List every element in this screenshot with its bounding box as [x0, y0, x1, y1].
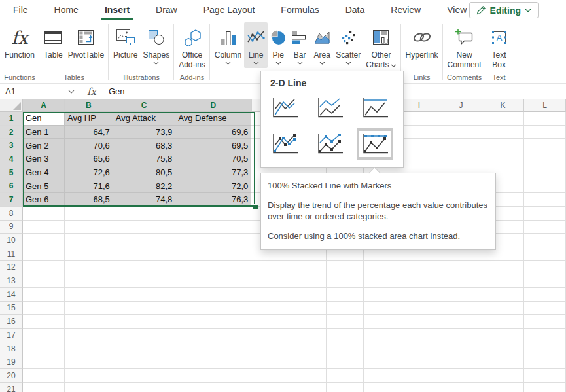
- cell-C2[interactable]: 73,9: [113, 126, 175, 139]
- cell-G21[interactable]: [327, 383, 364, 392]
- row-header-3[interactable]: 3: [0, 139, 23, 152]
- cell-J3[interactable]: [440, 139, 482, 152]
- cell-H17[interactable]: [364, 329, 398, 342]
- cell-L18[interactable]: [524, 342, 566, 356]
- cell-D21[interactable]: [175, 383, 251, 392]
- row-header-9[interactable]: 9: [0, 221, 23, 234]
- fill-handle[interactable]: [253, 204, 258, 210]
- cell-H12[interactable]: [364, 261, 398, 275]
- cell-K3[interactable]: [482, 139, 524, 152]
- cell-L3[interactable]: [524, 139, 566, 152]
- cell-K1[interactable]: [482, 112, 524, 126]
- cell-J12[interactable]: [440, 261, 482, 275]
- cell-A14[interactable]: [23, 288, 65, 302]
- cell-F19[interactable]: [289, 355, 327, 369]
- cell-L5[interactable]: [524, 166, 566, 180]
- column-chart-button[interactable]: Column: [212, 22, 244, 68]
- row-header-16[interactable]: 16: [0, 315, 23, 329]
- cell-D19[interactable]: [175, 355, 251, 369]
- cell-D10[interactable]: [175, 234, 251, 247]
- pivottable-button[interactable]: PivotTable: [65, 22, 107, 62]
- cell-K21[interactable]: [482, 383, 524, 392]
- cell-D12[interactable]: [175, 261, 251, 275]
- cell-J16[interactable]: [440, 315, 482, 329]
- scatter-chart-button[interactable]: Scatter: [333, 22, 363, 68]
- tab-page-layout[interactable]: Page Layout: [190, 0, 268, 20]
- cell-K18[interactable]: [482, 342, 524, 356]
- row-header-14[interactable]: 14: [0, 288, 23, 302]
- row-header-7[interactable]: 7: [0, 193, 23, 207]
- cell-I12[interactable]: [398, 261, 440, 275]
- cell-A9[interactable]: [23, 221, 65, 234]
- cell-D9[interactable]: [175, 221, 251, 234]
- cell-H18[interactable]: [364, 342, 398, 356]
- tab-insert[interactable]: Insert: [92, 0, 143, 20]
- row-header-20[interactable]: 20: [0, 369, 23, 383]
- chart-type-line[interactable]: [269, 95, 300, 121]
- tab-home[interactable]: Home: [41, 0, 92, 20]
- area-chart-button[interactable]: Area: [311, 22, 333, 68]
- cell-L11[interactable]: [524, 247, 566, 261]
- pie-chart-button[interactable]: Pie: [268, 22, 289, 68]
- cell-D16[interactable]: [175, 315, 251, 329]
- cell-J17[interactable]: [440, 329, 482, 342]
- cell-E17[interactable]: [251, 329, 289, 342]
- cell-C15[interactable]: [113, 302, 175, 315]
- cell-D6[interactable]: 72,0: [175, 179, 251, 193]
- row-header-19[interactable]: 19: [0, 355, 23, 369]
- cell-E12[interactable]: [251, 261, 289, 275]
- cell-A10[interactable]: [23, 234, 65, 247]
- row-header-21[interactable]: 21: [0, 383, 23, 392]
- column-header-K[interactable]: K: [482, 99, 524, 112]
- cell-A8[interactable]: [23, 207, 65, 221]
- row-header-18[interactable]: 18: [0, 342, 23, 356]
- cell-J1[interactable]: [440, 112, 482, 126]
- cell-G15[interactable]: [327, 302, 364, 315]
- cell-B21[interactable]: [65, 383, 113, 392]
- cell-B18[interactable]: [65, 342, 113, 356]
- cell-C6[interactable]: 82,2: [113, 179, 175, 193]
- cell-J13[interactable]: [440, 274, 482, 288]
- cell-F13[interactable]: [289, 274, 327, 288]
- cell-E13[interactable]: [251, 274, 289, 288]
- cell-F12[interactable]: [289, 261, 327, 275]
- cell-A4[interactable]: Gen 3: [23, 152, 65, 166]
- cell-I13[interactable]: [398, 274, 440, 288]
- cell-F16[interactable]: [289, 315, 327, 329]
- cell-C19[interactable]: [113, 355, 175, 369]
- cell-C11[interactable]: [113, 247, 175, 261]
- cell-B10[interactable]: [65, 234, 113, 247]
- cell-A18[interactable]: [23, 342, 65, 356]
- cell-A3[interactable]: Gen 2: [23, 139, 65, 152]
- chart-type-stacked-line[interactable]: [314, 95, 345, 121]
- cell-I15[interactable]: [398, 302, 440, 315]
- cell-H16[interactable]: [364, 315, 398, 329]
- cell-C5[interactable]: 80,5: [113, 166, 175, 180]
- column-header-L[interactable]: L: [524, 99, 566, 112]
- cell-K13[interactable]: [482, 274, 524, 288]
- column-header-A[interactable]: A: [23, 99, 65, 112]
- cell-G14[interactable]: [327, 288, 364, 302]
- insert-function-button[interactable]: fx: [80, 84, 103, 99]
- cell-B19[interactable]: [65, 355, 113, 369]
- cell-C17[interactable]: [113, 329, 175, 342]
- cell-F15[interactable]: [289, 302, 327, 315]
- cell-G16[interactable]: [327, 315, 364, 329]
- cell-B12[interactable]: [65, 261, 113, 275]
- cell-C9[interactable]: [113, 221, 175, 234]
- cell-K2[interactable]: [482, 126, 524, 139]
- cell-C7[interactable]: 74,8: [113, 193, 175, 207]
- cell-D17[interactable]: [175, 329, 251, 342]
- cell-A15[interactable]: [23, 302, 65, 315]
- row-header-1[interactable]: 1: [0, 112, 23, 126]
- cell-C13[interactable]: [113, 274, 175, 288]
- cell-E18[interactable]: [251, 342, 289, 356]
- cell-C20[interactable]: [113, 369, 175, 383]
- cell-L6[interactable]: [524, 179, 566, 193]
- cell-I4[interactable]: [398, 152, 440, 166]
- cell-F17[interactable]: [289, 329, 327, 342]
- cell-L4[interactable]: [524, 152, 566, 166]
- cell-D8[interactable]: [175, 207, 251, 221]
- cell-L10[interactable]: [524, 234, 566, 247]
- cell-L13[interactable]: [524, 274, 566, 288]
